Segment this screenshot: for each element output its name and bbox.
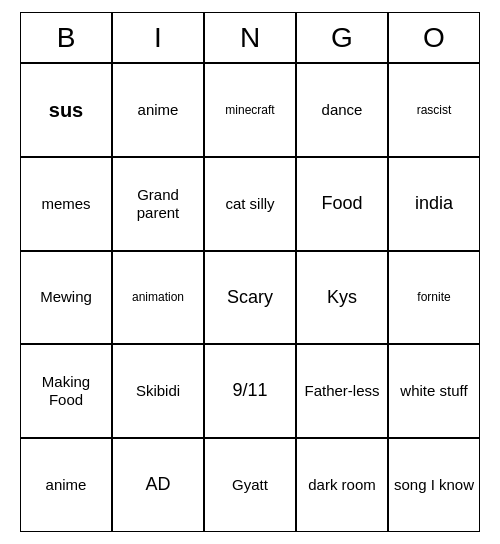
bingo-cell-8: Food [296,157,388,251]
bingo-cell-2: minecraft [204,63,296,157]
bingo-cell-21: AD [112,438,204,532]
bingo-cell-14: fornite [388,251,480,345]
bingo-cell-3: dance [296,63,388,157]
bingo-cell-4: rascist [388,63,480,157]
bingo-cell-18: Father-less [296,344,388,438]
bingo-cell-5: memes [20,157,112,251]
header-letter-B: B [20,12,112,62]
bingo-header: BINGO [20,12,480,62]
bingo-cell-6: Grand parent [112,157,204,251]
bingo-cell-20: anime [20,438,112,532]
bingo-cell-12: Scary [204,251,296,345]
bingo-cell-22: Gyatt [204,438,296,532]
bingo-cell-24: song I know [388,438,480,532]
bingo-cell-10: Mewing [20,251,112,345]
header-letter-I: I [112,12,204,62]
bingo-cell-9: india [388,157,480,251]
bingo-cell-16: Skibidi [112,344,204,438]
bingo-cell-19: white stuff [388,344,480,438]
bingo-cell-23: dark room [296,438,388,532]
header-letter-O: O [388,12,480,62]
bingo-cell-13: Kys [296,251,388,345]
header-letter-N: N [204,12,296,62]
bingo-cell-15: Making Food [20,344,112,438]
bingo-cell-1: anime [112,63,204,157]
bingo-grid: susanimeminecraftdancerascistmemesGrand … [20,62,480,532]
header-letter-G: G [296,12,388,62]
bingo-cell-0: sus [20,63,112,157]
bingo-cell-7: cat silly [204,157,296,251]
bingo-cell-17: 9/11 [204,344,296,438]
bingo-cell-11: animation [112,251,204,345]
bingo-card: BINGO susanimeminecraftdancerascistmemes… [20,12,480,532]
